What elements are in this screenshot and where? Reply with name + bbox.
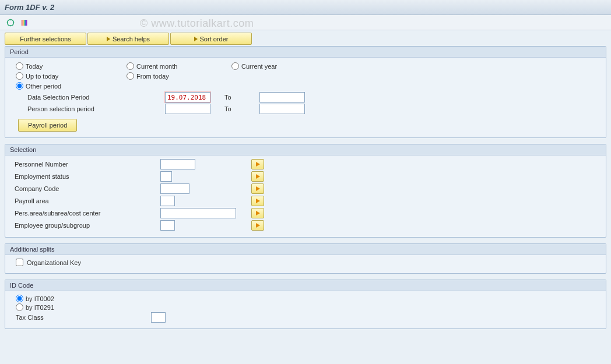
payroll-period-button[interactable]: Payroll period [18, 119, 77, 132]
radio-input[interactable] [16, 82, 23, 90]
page-title: Form 1DF v. 2 [5, 3, 54, 12]
search-helps-button[interactable]: Search helps [87, 33, 169, 45]
field-label: Person selection period [27, 105, 165, 112]
field-label: Tax Class [16, 314, 151, 321]
id-code-group: ID Code by IT0002 by IT0291 Tax Class [5, 280, 606, 329]
radio-label: Other period [26, 83, 61, 90]
radio-label: Today [26, 63, 43, 70]
selection-input[interactable] [160, 196, 175, 206]
period-group: Period Today Current month Current year … [5, 46, 606, 138]
radio-it0002[interactable]: by IT0002 [16, 295, 601, 302]
tax-class-input[interactable] [151, 312, 166, 323]
checkbox-input[interactable] [16, 259, 23, 266]
selection-input[interactable] [160, 171, 172, 182]
data-selection-row: Data Selection Period To [27, 92, 601, 103]
button-label: Payroll period [28, 122, 67, 129]
group-title-additional-splits: Additional splits [5, 244, 606, 255]
watermark: © www.tutorialkart.com [140, 17, 254, 30]
arrow-right-icon [256, 223, 260, 228]
to-label: To [224, 105, 259, 112]
field-label: Company Code [15, 185, 160, 192]
data-selection-from-input[interactable] [165, 92, 210, 103]
arrow-right-icon [194, 37, 198, 41]
svg-point-0 [8, 19, 14, 26]
field-label: Employment status [15, 173, 160, 180]
radio-current-month[interactable]: Current month [127, 62, 231, 70]
selection-input[interactable] [160, 183, 189, 194]
radio-input[interactable] [16, 295, 23, 302]
multiple-selection-button[interactable] [251, 171, 264, 182]
field-label: Data Selection Period [27, 94, 165, 101]
radio-input[interactable] [231, 62, 239, 70]
data-selection-to-input[interactable] [259, 92, 305, 103]
radio-it0291[interactable]: by IT0291 [16, 303, 601, 311]
field-label: Employee group/subgroup [15, 222, 160, 229]
person-selection-from-input[interactable] [165, 104, 210, 114]
selection-row: Personnel Number [15, 159, 601, 169]
radio-other-period[interactable]: Other period [16, 82, 127, 90]
radio-label: by IT0291 [26, 304, 54, 311]
selection-input[interactable] [160, 220, 175, 231]
radio-up-to-today[interactable]: Up to today [16, 72, 127, 80]
radio-input[interactable] [127, 72, 134, 80]
checkbox-label: Organizational Key [27, 259, 81, 266]
radio-input[interactable] [127, 62, 134, 70]
multiple-selection-button[interactable] [251, 208, 264, 218]
execute-icon[interactable] [6, 18, 15, 27]
field-label: Payroll area [15, 197, 160, 204]
organizational-key-checkbox[interactable]: Organizational Key [16, 259, 601, 266]
group-title-id-code: ID Code [5, 280, 606, 291]
radio-label: Current year [241, 63, 277, 70]
to-label: To [224, 94, 259, 101]
radio-input[interactable] [16, 62, 23, 70]
multiple-selection-button[interactable] [251, 196, 264, 206]
period-radio-grid: Today Current month Current year Up to t… [16, 61, 601, 91]
selection-row: Employee group/subgroup [15, 220, 601, 231]
button-label: Search helps [113, 36, 150, 43]
svg-rect-1 [22, 20, 23, 26]
selection-input[interactable] [160, 159, 195, 169]
multiple-selection-button[interactable] [251, 183, 264, 194]
multiple-selection-button[interactable] [251, 159, 264, 169]
radio-label: From today [136, 73, 169, 80]
group-title-period: Period [5, 47, 606, 58]
arrow-right-icon [256, 162, 260, 167]
radio-input[interactable] [16, 303, 23, 311]
selection-row: Company Code [15, 183, 601, 194]
svg-rect-2 [23, 20, 24, 26]
radio-current-year[interactable]: Current year [231, 62, 336, 70]
multiple-selection-button[interactable] [251, 220, 264, 231]
field-label: Personnel Number [15, 161, 160, 168]
content-area: Further selections Search helps Sort ord… [0, 30, 611, 364]
person-selection-to-input[interactable] [259, 104, 305, 114]
arrow-right-icon [256, 211, 260, 215]
arrow-right-icon [256, 186, 260, 191]
variant-icon[interactable] [20, 18, 29, 27]
radio-input[interactable] [16, 72, 23, 80]
button-label: Further selections [20, 36, 71, 43]
radio-label: Current month [136, 63, 177, 70]
titlebar: Form 1DF v. 2 [0, 0, 611, 15]
field-label: Pers.area/subarea/cost center [15, 210, 160, 217]
button-row: Further selections Search helps Sort ord… [5, 33, 606, 45]
radio-label: Up to today [26, 73, 58, 80]
selection-group: Selection Personnel NumberEmployment sta… [5, 144, 606, 238]
radio-label: by IT0002 [26, 295, 54, 302]
toolbar: © www.tutorialkart.com [0, 15, 611, 30]
arrow-right-icon [107, 37, 110, 41]
further-selections-button[interactable]: Further selections [5, 33, 86, 45]
selection-input[interactable] [160, 208, 236, 218]
selection-row: Payroll area [15, 196, 601, 206]
selection-row: Pers.area/subarea/cost center [15, 208, 601, 218]
group-title-selection: Selection [5, 144, 606, 156]
svg-rect-3 [24, 20, 25, 26]
arrow-right-icon [256, 174, 260, 179]
selection-row: Employment status [15, 171, 601, 182]
sort-order-button[interactable]: Sort order [170, 33, 252, 45]
radio-from-today[interactable]: From today [127, 72, 231, 80]
radio-today[interactable]: Today [16, 62, 127, 70]
svg-rect-4 [25, 20, 26, 26]
svg-rect-5 [26, 20, 27, 26]
additional-splits-group: Additional splits Organizational Key [5, 243, 606, 274]
button-label: Sort order [200, 36, 229, 43]
